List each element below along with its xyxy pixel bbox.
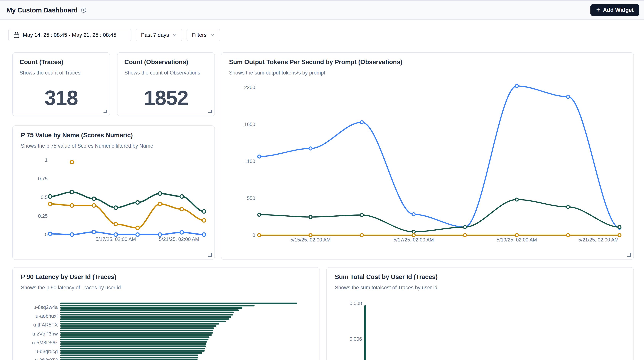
bar [60,334,212,336]
cost-bar-chart-canvas: 0.0080.006 [326,267,634,360]
resize-handle-icon[interactable] [208,109,212,114]
plus-icon: + [596,6,600,13]
axis-tick-label: u-zVqP3hw [32,331,58,337]
bars [60,302,297,360]
bar [60,350,205,352]
axis-tick-label: 5/15/25, 02:00 AM [290,237,330,243]
axis-tick-label: 0.75 [38,176,48,182]
p90-bar-chart-canvas: u-8sq2w4au-aobnuxfu-tFAR5TXu-zVqP3hwu-5M… [13,267,320,360]
axis-tick-label: 1 [45,157,48,163]
bar [60,345,206,347]
add-widget-label: Add Widget [603,7,634,13]
bar [60,305,254,306]
bars [364,305,366,360]
axis-tick-label: 550 [247,195,255,201]
axis-tick-label: 0.008 [350,300,362,306]
bar [60,323,219,324]
axis-tick-label: u-5M8D56k [32,340,58,345]
bar [60,327,214,329]
preset-value: Past 7 days [141,32,169,38]
widget-tokens-by-prompt: Sum Output Tokens Per Second by Prompt (… [221,52,634,260]
widget-title: Count (Observations) [124,58,214,66]
filter-toolbar: May 14, 25 : 08:45 - May 21, 25 : 08:45 … [8,29,220,41]
axis-tick-label: 5/21/25, 02:00 AM [159,236,199,242]
preset-dropdown[interactable]: Past 7 days [136,29,182,41]
bar [60,311,234,313]
date-range-value: May 14, 25 : 08:45 - May 21, 25 : 08:45 [23,32,116,38]
bar [60,352,202,354]
axis-tick-label: 0 [252,232,255,238]
widget-count-observations: Count (Observations) Shows the count of … [117,52,215,116]
page-title: My Custom Dashboard [6,6,78,14]
bar [60,332,213,333]
bar [60,302,297,304]
axis-tick-label: 0 [45,232,48,237]
bar [60,320,226,322]
bar [60,316,231,318]
resize-handle-icon[interactable] [103,109,107,114]
bar [60,325,216,327]
axis-tick-label: 5/17/25, 02:00 AM [96,236,136,242]
axis-tick-label: 5/21/25, 02:00 AM [578,237,618,243]
chevron-down-icon [210,33,215,37]
bar [60,309,238,311]
bar [60,307,242,309]
bar [60,359,198,360]
axis-tick-label: u-aobnuxf [36,313,58,319]
tokens-line-chart-canvas: 22001650110055005/15/25, 02:00 AM5/17/25… [221,53,634,260]
axis-tick-label: u-8sq2w4a [34,304,58,310]
axis-tick-label: 1100 [244,158,255,164]
axis-tick-label: 5/19/25, 02:00 AM [496,237,537,243]
series-teal [258,198,621,233]
series-gold [258,234,621,237]
bar [60,314,233,315]
series-gold [48,202,206,230]
date-range-picker[interactable]: May 14, 25 : 08:45 - May 21, 25 : 08:45 [8,29,132,41]
add-widget-button[interactable]: + Add Widget [590,4,640,16]
bar [60,343,206,345]
bar [60,339,208,340]
bar [364,305,366,360]
chevron-down-icon [172,33,177,37]
series-blue [48,230,206,236]
bar [60,357,198,358]
bar [60,336,210,338]
metric-value: 1852 [144,86,188,110]
bar [60,348,205,349]
widget-p90-latency: P 90 Latency by User Id (Traces) Shows t… [12,267,320,360]
widget-subtitle: Shows the count of Observations [124,70,214,76]
y-axis-ticks: 10.750.50.250 [38,157,48,237]
axis-tick-label: 0.5 [41,194,48,200]
widget-total-cost: Sum Total Cost by User Id (Traces) Shows… [326,267,634,360]
bar [60,354,198,356]
header-bar: My Custom Dashboard i + Add Widget [0,1,644,20]
series-gold-single-point [70,160,74,164]
axis-tick-label: u-d3qr5cg [36,348,58,354]
y-axis-ticks: 2200165011005500 [244,85,255,238]
info-icon[interactable]: i [81,8,86,13]
widget-subtitle: Shows the count of Traces [20,70,110,76]
axis-tick-label: 0.25 [38,213,48,219]
axis-tick-label: u-tFAR5TX [33,322,58,328]
axis-tick-label: 1650 [244,121,255,127]
axis-tick-label: 2200 [244,85,255,90]
axis-tick-label: 5/17/25, 02:00 AM [393,237,434,243]
p75-line-chart-canvas: 10.750.50.2505/17/25, 02:00 AM5/21/25, 0… [13,126,215,260]
filters-dropdown[interactable]: Filters [186,29,220,41]
y-axis-labels: u-8sq2w4au-aobnuxfu-tFAR5TXu-zVqP3hwu-5M… [32,304,58,360]
filters-label: Filters [192,32,206,38]
y-axis-ticks: 0.0080.006 [350,300,362,342]
bar [60,330,213,331]
widget-p75-score: P 75 Value by Name (Scores Numeric) Show… [12,125,215,260]
bar [60,318,229,320]
metric-value: 318 [44,86,78,110]
bar [60,341,207,343]
calendar-icon [14,32,19,38]
axis-tick-label: 0.006 [350,336,362,342]
x-axis-ticks: 5/15/25, 02:00 AM5/17/25, 02:00 AM5/19/2… [290,237,618,243]
widget-title: Count (Traces) [20,58,110,66]
x-axis-ticks: 5/17/25, 02:00 AM5/21/25, 02:00 AM [96,236,199,242]
widget-count-traces: Count (Traces) Shows the count of Traces… [12,52,110,116]
axis-tick-label: u-8fVa9T2 [35,357,58,360]
